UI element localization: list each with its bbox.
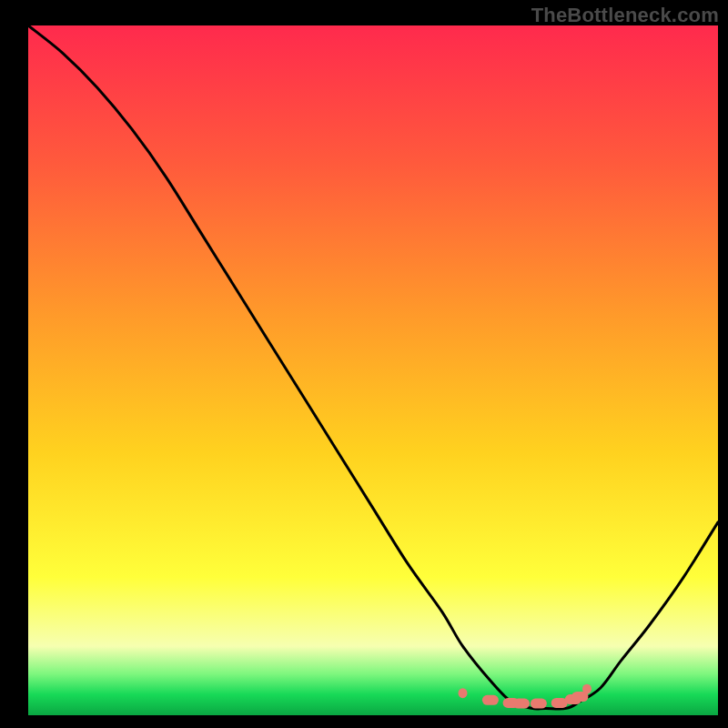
optimal-marker	[582, 684, 592, 694]
optimal-marker	[531, 699, 547, 709]
optimal-marker	[513, 699, 530, 709]
chart-stage: TheBottleneck.com	[0, 0, 728, 728]
watermark-text: TheBottleneck.com	[531, 4, 719, 27]
green-band	[28, 671, 718, 715]
optimal-marker	[459, 688, 468, 698]
bottleneck-chart	[0, 0, 728, 728]
optimal-marker	[482, 695, 499, 705]
